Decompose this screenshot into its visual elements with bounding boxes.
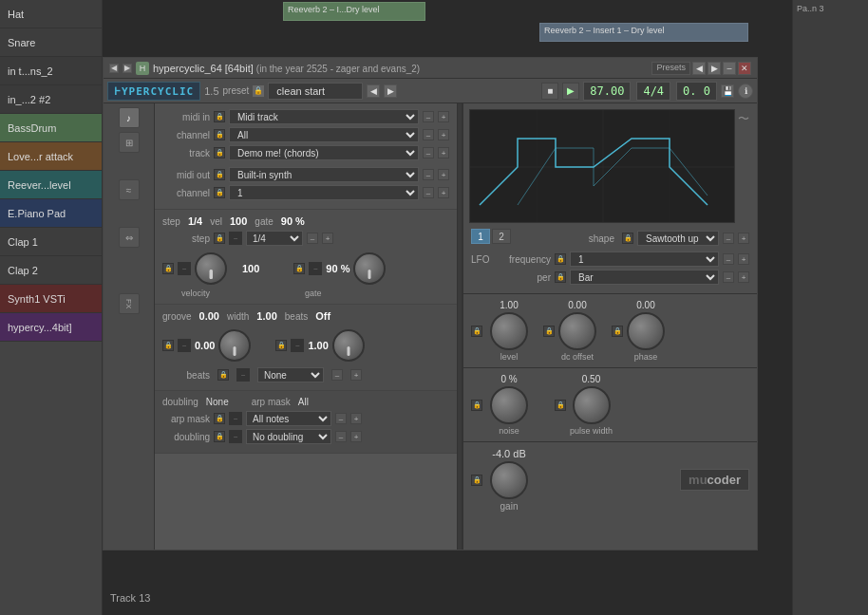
- midi-out-plus[interactable]: +: [438, 169, 449, 180]
- title-arrow-right[interactable]: ▶: [123, 64, 132, 73]
- channel-lock[interactable]: 🔒: [214, 129, 225, 140]
- beats-minus[interactable]: –: [331, 369, 343, 381]
- midi-out-minus[interactable]: –: [423, 169, 434, 180]
- icon-fx[interactable]: FX: [119, 293, 140, 314]
- beats-lock[interactable]: 🔒: [217, 369, 229, 381]
- channel-minus[interactable]: –: [423, 129, 434, 140]
- noise-lock[interactable]: 🔒: [471, 400, 482, 411]
- preset-next[interactable]: ▶: [384, 84, 397, 98]
- step2-plus[interactable]: +: [322, 233, 333, 244]
- doubling-select[interactable]: No doubling: [246, 429, 331, 444]
- midi-out-lock[interactable]: 🔒: [214, 169, 225, 180]
- icon-step[interactable]: ⊞: [119, 132, 140, 153]
- play-button[interactable]: ▶: [562, 83, 579, 100]
- out-channel-lock[interactable]: 🔒: [214, 187, 225, 198]
- shape-minus[interactable]: –: [723, 233, 734, 244]
- preset-name[interactable]: clean start: [268, 83, 363, 100]
- track-label-epiano[interactable]: E.Piano Pad: [0, 199, 102, 228]
- velocity-knob[interactable]: [195, 252, 227, 285]
- arp-mask-lock[interactable]: 🔒: [214, 413, 225, 424]
- preset-prev[interactable]: ◀: [367, 84, 380, 98]
- stop-button[interactable]: ■: [541, 83, 558, 100]
- pattern-block-1[interactable]: Reeverb 2 – I...Dry level: [283, 2, 425, 21]
- dc-lock[interactable]: 🔒: [543, 326, 555, 337]
- midi-in-lock[interactable]: 🔒: [214, 111, 225, 122]
- lfo-tab-1[interactable]: 1: [471, 229, 490, 244]
- arp-mask-minus[interactable]: –: [335, 413, 347, 424]
- vel-lock[interactable]: 🔒: [162, 263, 174, 274]
- info-button[interactable]: ℹ: [738, 84, 753, 99]
- out-channel-select[interactable]: 1: [229, 185, 419, 200]
- preset-lock[interactable]: 🔒: [253, 85, 264, 97]
- title-nav-next[interactable]: ▶: [708, 62, 721, 75]
- midi-out-select[interactable]: Built-in synth: [229, 167, 419, 182]
- doubling-lock[interactable]: 🔒: [214, 431, 225, 442]
- level-lock[interactable]: 🔒: [471, 326, 482, 337]
- track-label-hat[interactable]: Hat: [0, 0, 102, 28]
- track-label-3[interactable]: in_...2 #2: [0, 85, 102, 114]
- per-select[interactable]: Bar: [570, 270, 719, 285]
- freq-plus[interactable]: +: [738, 253, 749, 265]
- pulse-width-knob[interactable]: [573, 386, 611, 424]
- icon-midi[interactable]: ♪: [119, 107, 140, 128]
- groove-lock[interactable]: 🔒: [162, 340, 174, 351]
- track-select[interactable]: Demo me! (chords): [229, 145, 419, 160]
- track-minus[interactable]: –: [423, 147, 434, 158]
- pw-lock[interactable]: 🔒: [555, 400, 566, 411]
- phase-lock[interactable]: 🔒: [612, 326, 623, 337]
- noise-knob[interactable]: [490, 386, 528, 424]
- track-label-2[interactable]: in t...ns_2: [0, 57, 102, 85]
- step2-select[interactable]: 1/4: [246, 231, 303, 246]
- groove-knob[interactable]: [218, 329, 251, 362]
- freq-minus[interactable]: –: [723, 253, 734, 265]
- doubling-plus[interactable]: +: [350, 431, 362, 442]
- track-lock[interactable]: 🔒: [214, 147, 225, 158]
- save-button[interactable]: 💾: [721, 84, 734, 98]
- beats-plus[interactable]: +: [350, 369, 362, 381]
- level-knob[interactable]: [490, 312, 528, 350]
- track-label-clap2[interactable]: Clap 2: [0, 256, 102, 285]
- track-label-bassdrum[interactable]: BassDrum: [0, 114, 102, 142]
- track-plus[interactable]: +: [438, 147, 449, 158]
- channel-plus[interactable]: +: [438, 129, 449, 140]
- midi-in-select[interactable]: Midi track: [229, 109, 419, 124]
- track-label-clap1[interactable]: Clap 1: [0, 228, 102, 256]
- track-label-love[interactable]: Love...r attack: [0, 142, 102, 171]
- track-label-reever[interactable]: Reever...level: [0, 171, 102, 199]
- shape-select[interactable]: Sawtooth up: [637, 231, 719, 246]
- gain-knob[interactable]: [490, 461, 528, 499]
- width-lock[interactable]: 🔒: [275, 340, 287, 351]
- freq-select[interactable]: 1: [570, 252, 719, 267]
- arp-mask-plus[interactable]: +: [350, 413, 362, 424]
- beats-select[interactable]: None: [257, 367, 324, 382]
- icon-groove[interactable]: ≈: [119, 179, 140, 200]
- dc-offset-knob[interactable]: [558, 312, 596, 350]
- track-label-hypercy[interactable]: hypercy...4bit]: [0, 313, 102, 342]
- gain-lock[interactable]: 🔒: [471, 475, 482, 486]
- out-channel-minus[interactable]: –: [423, 187, 434, 198]
- shape-plus[interactable]: +: [738, 233, 749, 244]
- presets-label[interactable]: Presets: [651, 62, 690, 75]
- midi-in-minus[interactable]: –: [423, 111, 434, 122]
- out-channel-plus[interactable]: +: [438, 187, 449, 198]
- per-plus[interactable]: +: [738, 271, 749, 283]
- pattern-block-2[interactable]: Reeverb 2 – Insert 1 – Dry level: [539, 23, 748, 42]
- track-label-synth1[interactable]: Synth1 VSTi: [0, 285, 102, 313]
- step2-minus[interactable]: –: [307, 233, 318, 244]
- doubling-minus[interactable]: –: [335, 431, 347, 442]
- gate-lock[interactable]: 🔒: [293, 263, 305, 274]
- phase-knob[interactable]: [627, 312, 665, 350]
- title-nav-prev[interactable]: ◀: [692, 62, 706, 75]
- arp-mask-select[interactable]: All notes: [246, 411, 331, 426]
- title-arrow-left[interactable]: ◀: [109, 64, 119, 73]
- freq-lock[interactable]: 🔒: [555, 253, 566, 265]
- icon-arrows[interactable]: ⇔: [119, 227, 140, 248]
- title-close[interactable]: ✕: [738, 62, 751, 75]
- channel-select[interactable]: All: [229, 127, 419, 142]
- per-lock[interactable]: 🔒: [555, 271, 566, 283]
- per-minus[interactable]: –: [723, 271, 734, 283]
- shape-lock[interactable]: 🔒: [622, 233, 633, 244]
- step2-lock[interactable]: 🔒: [214, 233, 225, 244]
- title-minimize[interactable]: –: [723, 62, 736, 75]
- width-knob[interactable]: [332, 329, 365, 362]
